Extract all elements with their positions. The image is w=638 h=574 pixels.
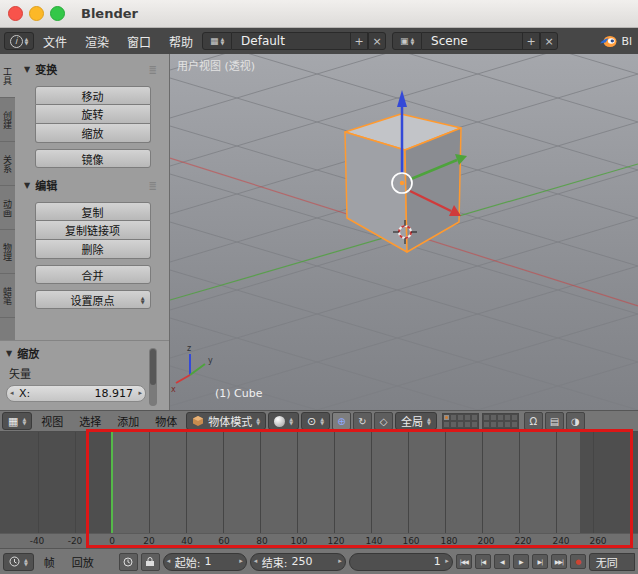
viewport-canvas[interactable]: z y x 用户视图 (透视) (1) Cube [170,54,638,410]
increment-icon[interactable] [338,557,342,565]
duplicate-button[interactable]: 复制 [35,202,151,221]
menu-playback[interactable]: 回放 [65,554,101,570]
axis-y-label: y [208,356,213,365]
menu-view[interactable]: 视图 [34,413,70,429]
magnet-icon [530,416,538,427]
menu-select[interactable]: 选择 [72,413,108,429]
shading-dropdown[interactable] [268,412,299,430]
ruler-tick: 140 [365,536,382,546]
info-icon [10,35,23,48]
sync-dropdown[interactable]: 无同 [589,553,635,571]
ruler-tick: -40 [30,536,45,546]
timeline-area[interactable]: -40 -20 0 20 40 60 80 100 120 140 160 18… [0,432,638,548]
tool-shelf-panels: 变换 移动 旋转 缩放 镜像 编辑 复制 复制链接项 删除 [15,54,169,340]
orientation-dropdown[interactable]: 全局 [395,412,437,430]
panel-grip-icon[interactable] [149,180,157,191]
vector-x-slider[interactable]: X: 18.917 [6,385,146,402]
join-button[interactable]: 合并 [35,265,151,284]
collapse-triangle-icon [24,65,30,74]
increment-icon[interactable] [445,557,449,565]
tab-create[interactable]: 创建 [0,98,15,142]
prev-keyframe-button[interactable]: |◀ [475,554,491,569]
render-opengl-button[interactable] [545,412,564,430]
mirror-button[interactable]: 镜像 [35,149,151,168]
add-scene-button[interactable] [522,32,540,50]
snap-toggle-button[interactable] [524,412,543,430]
screen-layout-browse-button[interactable] [202,32,232,50]
manipulator-translate-button[interactable] [332,412,351,430]
edit-panel-header[interactable]: 编辑 [24,175,161,195]
set-origin-dropdown[interactable]: 设置原点 [35,290,151,309]
manipulator-scale-button[interactable] [374,412,393,430]
preview-range-button[interactable] [119,553,138,571]
remove-scene-button[interactable] [540,32,558,50]
tool-shelf-scrollbar[interactable] [149,348,157,406]
chevron-updown-icon [289,417,293,425]
menu-render[interactable]: 渲染 [76,33,118,50]
menu-object[interactable]: 物体 [148,413,184,429]
remove-layout-button[interactable] [368,32,386,50]
current-frame-line[interactable] [111,432,113,533]
scene-field[interactable]: Scene [422,32,522,50]
end-frame-field[interactable]: 结束: 250 [250,553,346,571]
current-frame-field[interactable]: 1 [349,553,453,571]
menu-window[interactable]: 窗口 [118,33,160,50]
lock-range-button[interactable] [141,553,160,571]
start-frame-field[interactable]: 起始: 1 [163,553,247,571]
ruler-tick: 160 [402,536,419,546]
jump-to-end-button[interactable]: ▶▶| [551,554,567,569]
transform-panel-header[interactable]: 变换 [24,59,161,79]
editor-type-timeline-button[interactable] [3,553,34,571]
maximize-window-icon[interactable] [50,6,65,21]
rotate-icon [358,416,366,427]
manipulator-rotate-button[interactable] [353,412,372,430]
delete-button[interactable]: 删除 [35,240,151,259]
pivot-dropdown[interactable] [301,412,330,430]
menu-help[interactable]: 帮助 [160,33,202,50]
play-reverse-button[interactable]: ◀ [494,554,510,569]
increment-icon[interactable] [239,557,243,565]
layer-grid [442,413,519,429]
minimize-window-icon[interactable] [29,6,44,21]
render-anim-button[interactable] [566,412,585,430]
mode-dropdown[interactable]: 物体模式 [186,412,266,430]
object-origin-dot [400,181,404,185]
rotate-button[interactable]: 旋转 [35,105,151,124]
ruler-tick: 240 [552,536,569,546]
render-still-icon [550,416,559,427]
ruler-tick: -20 [68,536,83,546]
panel-grip-icon[interactable] [149,64,157,75]
translate-button[interactable]: 移动 [35,86,151,105]
tab-tools[interactable]: 工具 [0,54,15,98]
viewport-editor-icon [8,415,18,428]
clock-icon [9,556,20,567]
scale-button[interactable]: 缩放 [35,124,151,143]
scene-browse-button[interactable] [392,32,422,50]
increment-icon[interactable] [138,389,142,397]
menu-add[interactable]: 添加 [110,413,146,429]
tab-relations[interactable]: 关系 [0,142,15,186]
decrement-icon[interactable] [167,557,171,565]
editor-type-3dview-button[interactable] [2,412,32,430]
decrement-icon[interactable] [254,557,258,565]
play-button[interactable]: ▶ [513,554,529,569]
screen-layout-field[interactable]: Default [232,32,350,50]
editor-type-info-button[interactable] [4,32,34,50]
layer-group-2[interactable] [482,413,519,429]
decrement-icon[interactable] [10,389,14,397]
tab-animation[interactable]: 动画 [0,186,15,230]
redo-panel-header[interactable]: 缩放 [6,343,163,363]
add-layout-button[interactable] [350,32,368,50]
timeline-ruler[interactable]: -40 -20 0 20 40 60 80 100 120 140 160 18… [0,533,638,548]
close-window-icon[interactable] [8,6,23,21]
menu-frame[interactable]: 帧 [37,554,62,570]
viewport-3d[interactable]: z y x 用户视图 (透视) (1) Cube [170,54,638,410]
layer-group-1[interactable] [442,413,479,429]
menu-file[interactable]: 文件 [34,33,76,50]
tab-grease-pencil[interactable]: 蜡笔 [0,274,15,318]
duplicate-linked-button[interactable]: 复制链接项 [35,221,151,240]
record-button[interactable] [570,554,586,569]
next-keyframe-button[interactable]: ▶| [532,554,548,569]
jump-to-start-button[interactable]: |◀◀ [456,554,472,569]
tab-physics[interactable]: 物理 [0,230,15,274]
